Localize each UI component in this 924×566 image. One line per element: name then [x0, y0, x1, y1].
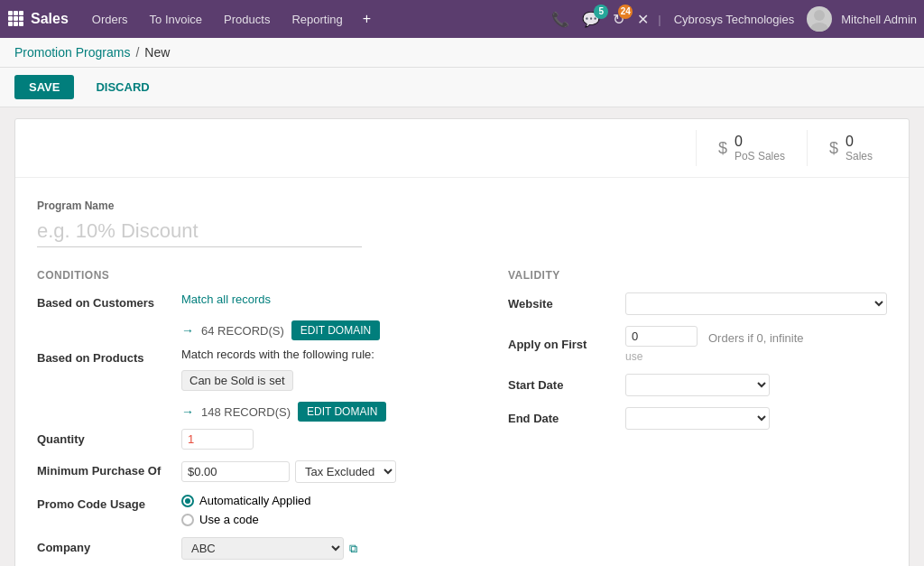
action-bar: SAVE DISCARD — [0, 68, 924, 107]
sales-value: 0 — [845, 134, 873, 150]
svg-rect-5 — [19, 16, 23, 21]
company-select[interactable]: ABC — [181, 537, 344, 560]
company-name: Cybrosys Technologies — [674, 13, 794, 26]
svg-rect-2 — [19, 11, 23, 15]
promo-code-label-text: Use a code — [199, 513, 259, 526]
based-on-customers-value: Match all records — [181, 292, 472, 306]
avatar[interactable] — [807, 6, 832, 32]
company-label: Company — [37, 537, 181, 554]
promo-code-label: Promo Code Usage — [37, 494, 181, 511]
apply-suffix: Orders if 0, infinite — [708, 328, 804, 345]
refresh-icon[interactable]: ↻ 24 — [609, 9, 628, 30]
phone-icon[interactable]: 📞 — [548, 9, 573, 30]
apply-on-first-input[interactable] — [625, 326, 698, 347]
end-date-row: End Date — [508, 407, 887, 430]
based-on-customers-label: Based on Customers — [37, 292, 181, 310]
discard-button[interactable]: DISCARD — [81, 75, 163, 99]
stats-row: $ 0 PoS Sales $ 0 Sales — [15, 119, 909, 178]
save-button[interactable]: SAVE — [14, 75, 74, 99]
nav-reporting[interactable]: Reporting — [282, 9, 351, 30]
username: Mitchell Admin — [841, 13, 917, 26]
external-link-icon[interactable]: ⧉ — [349, 542, 357, 556]
chat-icon[interactable]: 💬 5 — [578, 9, 604, 30]
svg-rect-1 — [14, 11, 18, 15]
apply-on-first-value-col: Orders if 0, infinite use — [625, 326, 887, 363]
svg-rect-6 — [8, 22, 13, 26]
customers-edit-domain-button[interactable]: EDIT DOMAIN — [291, 320, 380, 340]
website-select[interactable] — [625, 292, 887, 315]
breadcrumb: Promotion Programs / New — [0, 38, 924, 68]
arrow-icon-customers: → — [181, 323, 194, 338]
breadcrumb-separator: / — [135, 45, 139, 60]
nav-to-invoice[interactable]: To Invoice — [141, 9, 212, 30]
start-date-label: Start Date — [508, 378, 625, 392]
program-name-field: Program Name — [37, 199, 887, 247]
svg-point-9 — [814, 10, 825, 21]
close-icon[interactable]: ✕ — [633, 9, 652, 30]
products-record-count: 148 RECORD(S) — [201, 405, 291, 419]
quantity-row: Quantity — [37, 429, 472, 450]
min-purchase-input[interactable] — [181, 461, 290, 482]
topbar: Sales Orders To Invoice Products Reporti… — [0, 0, 924, 38]
conditions-column: Conditions Based on Customers Match all … — [37, 269, 472, 566]
svg-point-10 — [810, 23, 828, 32]
nav-products[interactable]: Products — [215, 9, 279, 30]
validity-title: Validity — [508, 269, 887, 282]
website-row: Website — [508, 292, 887, 315]
promo-auto-radio[interactable] — [181, 495, 194, 507]
min-purchase-row: Minimum Purchase Of Tax Excluded Tax Inc… — [37, 460, 472, 483]
customers-domain-row: → 64 RECORD(S) EDIT DOMAIN — [181, 320, 472, 340]
svg-rect-4 — [14, 16, 18, 21]
website-value — [625, 292, 887, 315]
quantity-input[interactable] — [181, 429, 254, 450]
main-content: $ 0 PoS Sales $ 0 Sales Program Name — [0, 107, 924, 566]
end-date-label: End Date — [508, 412, 625, 425]
start-date-row: Start Date — [508, 374, 887, 396]
company-value-row: ABC ⧉ — [181, 537, 357, 560]
sales-stat: $ 0 Sales — [807, 130, 894, 166]
website-label: Website — [508, 297, 625, 311]
start-date-select[interactable] — [625, 374, 770, 396]
company-row: Company ABC ⧉ — [37, 537, 472, 560]
quantity-label: Quantity — [37, 429, 181, 446]
end-date-value — [625, 407, 887, 430]
program-name-input[interactable] — [37, 216, 362, 247]
promo-code-option[interactable]: Use a code — [181, 513, 311, 526]
program-name-label: Program Name — [37, 199, 887, 212]
validity-column: Validity Website Apply on First — [508, 269, 887, 566]
dollar-icon-2: $ — [829, 139, 838, 158]
svg-rect-8 — [19, 22, 23, 26]
nav-orders[interactable]: Orders — [83, 9, 137, 30]
two-col-layout: Conditions Based on Customers Match all … — [37, 269, 887, 566]
based-on-products-label: Based on Products — [37, 348, 181, 365]
conditions-title: Conditions — [37, 269, 472, 282]
products-rule-tag: Can be Sold is set — [181, 370, 293, 391]
svg-rect-3 — [8, 16, 13, 21]
arrow-icon-products: → — [181, 404, 194, 419]
products-edit-domain-button[interactable]: EDIT DOMAIN — [298, 402, 386, 422]
min-purchase-label: Minimum Purchase Of — [37, 460, 181, 478]
add-menu-button[interactable]: + — [356, 7, 378, 31]
grid-icon[interactable] — [7, 10, 23, 29]
pos-sales-stat: $ 0 PoS Sales — [696, 130, 807, 166]
tax-select[interactable]: Tax Excluded Tax Included — [295, 460, 396, 483]
based-on-customers-row: Based on Customers Match all records — [37, 292, 472, 310]
customers-record-count: 64 RECORD(S) — [201, 324, 284, 338]
form-card: $ 0 PoS Sales $ 0 Sales Program Name — [14, 118, 910, 566]
refresh-badge: 24 — [618, 5, 633, 19]
promo-auto-label: Automatically Applied — [199, 494, 311, 507]
products-domain-row: → 148 RECORD(S) EDIT DOMAIN — [181, 402, 472, 422]
products-match-text: Match records with the following rule: — [181, 348, 472, 361]
promo-auto-option[interactable]: Automatically Applied — [181, 494, 311, 507]
breadcrumb-parent[interactable]: Promotion Programs — [14, 45, 130, 60]
promo-code-row: Promo Code Usage Automatically Applied U… — [37, 494, 472, 526]
based-on-products-row: Based on Products Match records with the… — [37, 348, 472, 391]
end-date-select[interactable] — [625, 407, 770, 430]
apply-use-text: use — [625, 350, 887, 363]
promo-code-radio[interactable] — [181, 514, 194, 526]
apply-on-first-label: Apply on First — [508, 338, 625, 351]
start-date-value — [625, 374, 887, 396]
promo-code-options: Automatically Applied Use a code — [181, 494, 311, 526]
svg-rect-7 — [14, 22, 18, 26]
sales-label: Sales — [845, 150, 873, 162]
